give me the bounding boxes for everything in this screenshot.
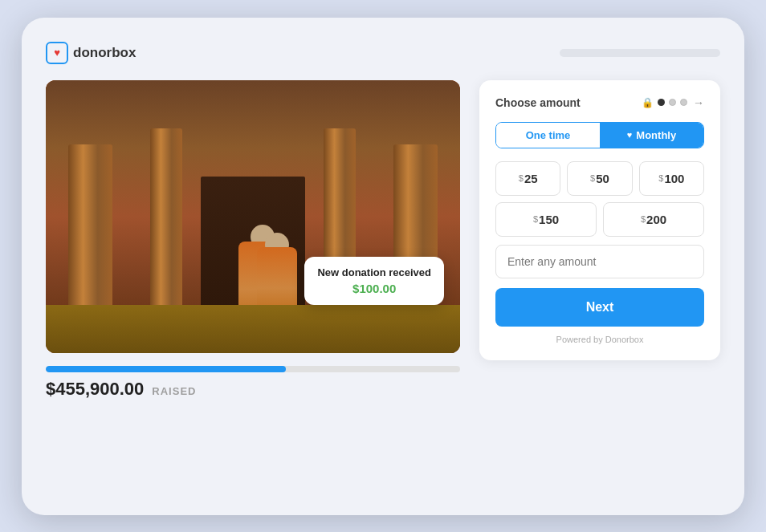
notification-title: New donation received — [317, 266, 431, 278]
one-time-button[interactable]: One time — [496, 123, 600, 148]
currency-100: $ — [658, 173, 663, 183]
step-dot-2 — [669, 99, 676, 106]
step-dot-3 — [680, 99, 687, 106]
temple-image — [46, 80, 460, 353]
currency-50: $ — [590, 173, 595, 183]
notification-amount: $100.00 — [317, 282, 431, 295]
choose-amount-label: Choose amount — [495, 96, 581, 109]
raised-amount: $455,900.00 — [46, 379, 144, 400]
amount-btn-200[interactable]: $ 200 — [603, 202, 704, 237]
progress-bar-container — [46, 366, 460, 372]
amount-btn-100[interactable]: $ 100 — [639, 161, 704, 196]
amount-btn-150[interactable]: $ 150 — [495, 202, 597, 237]
amount-btn-25[interactable]: $ 25 — [495, 161, 560, 196]
progress-section: $455,900.00 RAISED — [46, 366, 460, 400]
amount-value-150: 150 — [539, 213, 559, 226]
donation-card: Choose amount 🔒 → One time ♥ Monthly — [479, 80, 720, 360]
left-panel: New donation received $100.00 $455,900.0… — [46, 80, 460, 400]
lock-icon: 🔒 — [642, 97, 654, 108]
next-button[interactable]: Next — [495, 288, 704, 327]
amount-value-25: 25 — [524, 172, 538, 185]
header: ♥ donorbox — [46, 42, 720, 64]
amount-value-100: 100 — [664, 172, 684, 185]
monthly-label: Monthly — [636, 129, 676, 141]
right-panel: Choose amount 🔒 → One time ♥ Monthly — [479, 80, 720, 360]
custom-amount-input[interactable] — [495, 245, 704, 278]
notification-bubble: New donation received $100.00 — [304, 257, 444, 305]
temple-image-container: New donation received $100.00 — [46, 80, 460, 353]
step-dot-1 — [658, 99, 665, 106]
logo-box: ♥ donorbox — [46, 42, 136, 64]
card-header: Choose amount 🔒 → — [495, 96, 704, 109]
currency-200: $ — [641, 214, 646, 224]
stairs — [46, 305, 460, 353]
device-frame: ♥ donorbox — [22, 18, 744, 515]
header-bar — [560, 49, 720, 57]
logo-icon: ♥ — [46, 42, 68, 64]
currency-25: $ — [519, 173, 524, 183]
raised-text: $455,900.00 RAISED — [46, 379, 460, 400]
currency-150: $ — [533, 214, 538, 224]
amount-input-container — [495, 245, 704, 278]
amounts-grid-row1: $ 25 $ 50 $ 100 — [495, 161, 704, 196]
step-arrow-icon: → — [693, 96, 704, 109]
logo-text: donorbox — [73, 45, 136, 61]
heart-icon: ♥ — [54, 47, 60, 59]
monthly-button[interactable]: ♥ Monthly — [600, 123, 703, 148]
amount-value-50: 50 — [596, 172, 609, 185]
amounts-grid-row2: $ 150 $ 200 — [495, 202, 704, 237]
amount-btn-50[interactable]: $ 50 — [567, 161, 632, 196]
heart-icon-monthly: ♥ — [627, 130, 633, 140]
frequency-toggle[interactable]: One time ♥ Monthly — [495, 122, 704, 148]
amount-value-200: 200 — [646, 213, 666, 226]
step-indicators: 🔒 → — [642, 96, 704, 109]
powered-by: Powered by Donorbox — [495, 335, 704, 344]
raised-label: RAISED — [152, 385, 196, 397]
main-content: New donation received $100.00 $455,900.0… — [46, 80, 720, 400]
progress-bar-fill — [46, 366, 286, 372]
